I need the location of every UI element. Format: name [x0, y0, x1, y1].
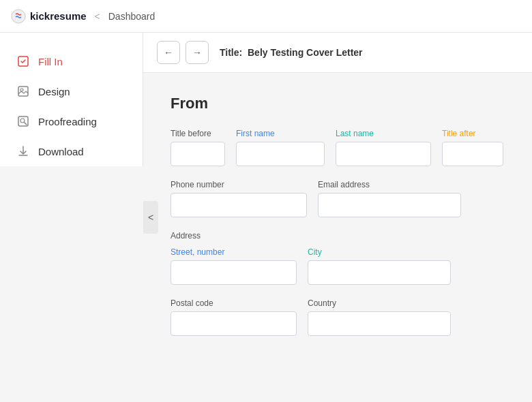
toolbar: ← → Title: Bely Testing Cover Letter: [143, 33, 532, 73]
title-after-label: Title after: [442, 129, 503, 138]
form-row-names: Title before First name Last name Title …: [171, 129, 505, 166]
proofreading-label: Proofreading: [38, 116, 97, 127]
field-street: Street, number: [171, 247, 297, 285]
first-name-label: First name: [236, 129, 325, 138]
toolbar-title: Title: Bely Testing Cover Letter: [220, 47, 363, 58]
street-label: Street, number: [171, 247, 297, 257]
design-icon: [16, 84, 30, 98]
field-country: Country: [308, 298, 451, 336]
forward-button[interactable]: →: [186, 41, 209, 64]
download-label: Download: [38, 146, 84, 157]
first-name-input[interactable]: [236, 142, 325, 166]
sidebar-item-download[interactable]: Download: [0, 136, 143, 166]
main-content: ← → Title: Bely Testing Cover Letter Fro…: [143, 33, 532, 402]
back-button[interactable]: ←: [157, 41, 180, 64]
street-input[interactable]: [171, 260, 297, 285]
phone-input[interactable]: [171, 193, 307, 217]
field-first-name: First name: [236, 129, 325, 166]
field-city: City: [308, 247, 451, 285]
toolbar-title-prefix: Title:: [220, 47, 242, 58]
city-label: City: [308, 247, 451, 257]
country-input[interactable]: [308, 311, 451, 336]
field-title-before: Title before: [171, 129, 225, 166]
fill-in-icon: [16, 55, 30, 68]
form-row-street: Street, number City: [171, 247, 505, 285]
phone-label: Phone number: [171, 180, 307, 189]
sidebar-wrapper: Fill In Design Proofreading: [0, 33, 143, 402]
country-label: Country: [308, 298, 451, 308]
svg-rect-2: [18, 87, 28, 96]
email-input[interactable]: [318, 193, 461, 217]
city-input[interactable]: [308, 260, 451, 285]
form-row-postal: Postal code Country: [171, 298, 505, 336]
svg-point-3: [20, 89, 23, 91]
last-name-input[interactable]: [336, 142, 431, 166]
nav-dashboard-link[interactable]: Dashboard: [108, 11, 156, 22]
title-before-label: Title before: [171, 129, 225, 138]
last-name-label: Last name: [336, 129, 431, 138]
field-last-name: Last name: [336, 129, 431, 166]
download-icon: [16, 144, 30, 158]
design-label: Design: [38, 86, 70, 97]
nav-separator: <: [95, 11, 100, 22]
title-before-input[interactable]: [171, 142, 225, 166]
form-area: From Title before First name Last name T…: [143, 73, 532, 371]
title-after-input[interactable]: [442, 142, 503, 166]
email-label: Email address: [318, 180, 461, 189]
field-title-after: Title after: [442, 129, 503, 166]
form-row-contact: Phone number Email address: [171, 180, 505, 217]
postal-label: Postal code: [171, 298, 297, 308]
fill-in-label: Fill In: [38, 56, 63, 67]
svg-line-6: [25, 123, 27, 125]
sidebar-collapse-button[interactable]: <: [143, 201, 158, 234]
address-section-label: Address: [171, 231, 505, 241]
postal-input[interactable]: [171, 311, 297, 336]
sidebar: Fill In Design Proofreading: [0, 33, 143, 166]
svg-point-0: [12, 10, 25, 23]
form-section-title: From: [171, 95, 505, 112]
field-phone: Phone number: [171, 180, 307, 217]
proofreading-icon: [16, 114, 30, 128]
logo-icon: [11, 9, 26, 24]
toolbar-title-value: Bely Testing Cover Letter: [248, 47, 363, 58]
sidebar-item-design[interactable]: Design: [0, 76, 143, 106]
logo[interactable]: kickresume: [11, 9, 87, 24]
sidebar-item-proofreading[interactable]: Proofreading: [0, 106, 143, 136]
logo-text: kickresume: [30, 10, 87, 22]
field-email: Email address: [318, 180, 461, 217]
sidebar-item-fill-in[interactable]: Fill In: [0, 46, 143, 76]
field-postal: Postal code: [171, 298, 297, 336]
topnav: kickresume < Dashboard: [0, 0, 532, 33]
